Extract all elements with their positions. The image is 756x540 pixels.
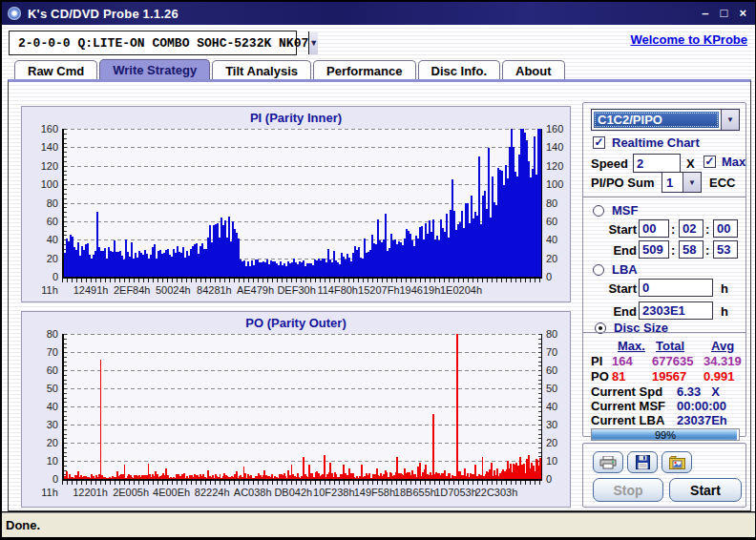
- po-x-axis-label: 149F58h: [354, 487, 395, 498]
- max-speed-checkbox[interactable]: [704, 156, 716, 168]
- msf-start-min-input[interactable]: [639, 219, 669, 238]
- save-icon: [636, 455, 650, 469]
- po-y-axis-label-right: 0: [546, 473, 578, 485]
- pi-y-axis-label: 40: [26, 234, 58, 245]
- po-total-value: 19567: [652, 369, 686, 384]
- save-button[interactable]: [627, 451, 658, 473]
- speed-label: Speed: [591, 156, 628, 171]
- tab-disc-info[interactable]: Disc Info.: [418, 60, 501, 80]
- po-y-axis-label: 30: [26, 419, 58, 430]
- realtime-chart-checkbox[interactable]: [593, 136, 605, 149]
- pi-x-axis-label: 84281h: [197, 284, 232, 296]
- po-x-axis-label: 2E005h: [113, 487, 149, 498]
- pi-bars-svg: [64, 129, 541, 277]
- pi-max-value: 164: [612, 354, 633, 368]
- pi-y-axis-label-right: 20: [546, 253, 578, 264]
- po-y-axis-label: 50: [26, 383, 58, 394]
- pi-avg-value: 34.319: [704, 354, 742, 368]
- po-y-axis-label: 60: [26, 364, 58, 376]
- msf-radio[interactable]: [593, 205, 604, 217]
- lba-end-input[interactable]: [639, 301, 713, 320]
- range-section: MSF Start : : End : : LBA Start h End: [583, 197, 746, 332]
- tab-raw-cmd[interactable]: Raw Cmd: [14, 60, 97, 80]
- msf-start-sec-input[interactable]: [679, 219, 704, 238]
- msf-end-min-input[interactable]: [639, 240, 669, 259]
- po-x-axis-label: 1D7053h: [434, 487, 477, 498]
- po-chart-title: PO (Parity Outer): [22, 316, 570, 330]
- export-chart-image-button[interactable]: [662, 451, 692, 473]
- pi-x-axis-label: 50024h: [156, 284, 191, 296]
- welcome-link[interactable]: Welcome to KProbe: [630, 32, 747, 47]
- msf-end-label: End: [591, 243, 637, 258]
- lba-start-input[interactable]: [639, 279, 713, 297]
- msf-colon: :: [671, 243, 675, 258]
- pi-x-axis-label: 2EF84h: [114, 284, 151, 296]
- chart-image-icon: [669, 456, 685, 469]
- lba-radio[interactable]: [593, 264, 604, 276]
- po-bars-svg: [64, 334, 541, 479]
- stats-header-total: Total: [656, 339, 684, 353]
- tab-write-strategy[interactable]: Write Strategy: [99, 59, 210, 80]
- po-x-axis-ticks: [62, 481, 542, 485]
- mode-select-dropdown-arrow-icon[interactable]: [721, 110, 739, 130]
- mode-select[interactable]: C1C2/PIPO: [591, 109, 740, 131]
- print-button[interactable]: [593, 451, 623, 473]
- realtime-chart-label: Realtime Chart: [612, 135, 700, 150]
- maximize-button[interactable]: □: [721, 7, 728, 20]
- progress-bar: 99%: [591, 428, 740, 441]
- msf-start-label: Start: [591, 222, 637, 237]
- pi-y-axis-label-right: 120: [546, 160, 578, 172]
- lba-start-unit-label: h: [721, 281, 728, 296]
- drive-selector[interactable]: 2-0-0-0 Q:LITE-ON COMBO SOHC-5232K NK07: [9, 31, 297, 55]
- po-y-axis-label-right: 70: [546, 346, 578, 358]
- po-x-axis-label: 82224h: [195, 487, 230, 498]
- pi-x-axis-label: 12491h: [74, 284, 109, 296]
- ecc-label: ECC: [709, 176, 735, 190]
- po-y-axis-label-right: 50: [546, 383, 578, 394]
- drive-selector-dropdown-arrow-icon[interactable]: [308, 31, 318, 54]
- pi-x-axis-label: DEF30h: [277, 284, 315, 296]
- po-y-axis-label-right: 10: [546, 455, 578, 467]
- po-x-axis-label: 18B655h: [394, 487, 436, 498]
- pi-x-axis-label: 1E0204h: [440, 284, 482, 296]
- close-button[interactable]: ×: [739, 7, 746, 20]
- tab-tilt-analysis[interactable]: Tilt Analysis: [212, 60, 311, 80]
- lba-end-unit-label: h: [721, 304, 728, 319]
- po-y-axis-label-right: 30: [546, 419, 578, 430]
- pi-y-axis-label: 140: [26, 141, 58, 153]
- po-x-axis-label: 12201h: [73, 487, 108, 498]
- po-y-axis-label-right: 20: [546, 437, 578, 448]
- speed-input[interactable]: [633, 154, 681, 173]
- tab-about[interactable]: About: [502, 60, 565, 80]
- po-y-axis-label-right: 40: [546, 401, 578, 412]
- pipo-sum-label: PI/PO Sum: [591, 176, 654, 190]
- po-x-axis-label: 4E00Eh: [153, 487, 190, 498]
- msf-end-frame-input[interactable]: [713, 240, 738, 259]
- tab-performance[interactable]: Performance: [313, 60, 415, 80]
- pi-x-axis-label: 114F80h: [317, 284, 358, 296]
- msf-start-frame-input[interactable]: [713, 219, 738, 238]
- po-plot-area: [62, 334, 542, 481]
- pi-x-axis-label: AE479h: [237, 284, 274, 296]
- msf-label: MSF: [612, 203, 638, 218]
- pipo-sum-dropdown-arrow-icon[interactable]: [682, 173, 701, 192]
- msf-end-sec-input[interactable]: [679, 240, 704, 259]
- po-x-axis-label: DB042h: [274, 487, 312, 498]
- stop-button[interactable]: Stop: [593, 478, 663, 502]
- current-msf-value: 00:00:00: [677, 399, 726, 413]
- drive-selector-value: 2-0-0-0 Q:LITE-ON COMBO SOHC-5232K NK07: [10, 31, 308, 54]
- actions-groupbox: Stop Start: [582, 443, 746, 508]
- pi-y-axis-label: 0: [26, 271, 58, 282]
- pi-row-label: PI: [591, 354, 602, 368]
- pipo-sum-select[interactable]: 1: [662, 172, 702, 193]
- minimize-button[interactable]: –: [702, 7, 708, 20]
- pi-total-value: 677635: [652, 354, 693, 368]
- start-button[interactable]: Start: [669, 478, 742, 502]
- pi-x-axis-label: 15207Fh: [358, 284, 399, 296]
- pi-y-axis-label: 80: [26, 197, 58, 209]
- pi-y-axis-label-right: 100: [546, 178, 578, 190]
- pi-y-axis-label: 120: [26, 160, 58, 172]
- pi-plot-area: [62, 129, 542, 279]
- title-bar: K's CD/DVD Probe 1.1.26 – □ ×: [2, 2, 756, 25]
- po-x-axis-label: 22C303h: [475, 487, 518, 498]
